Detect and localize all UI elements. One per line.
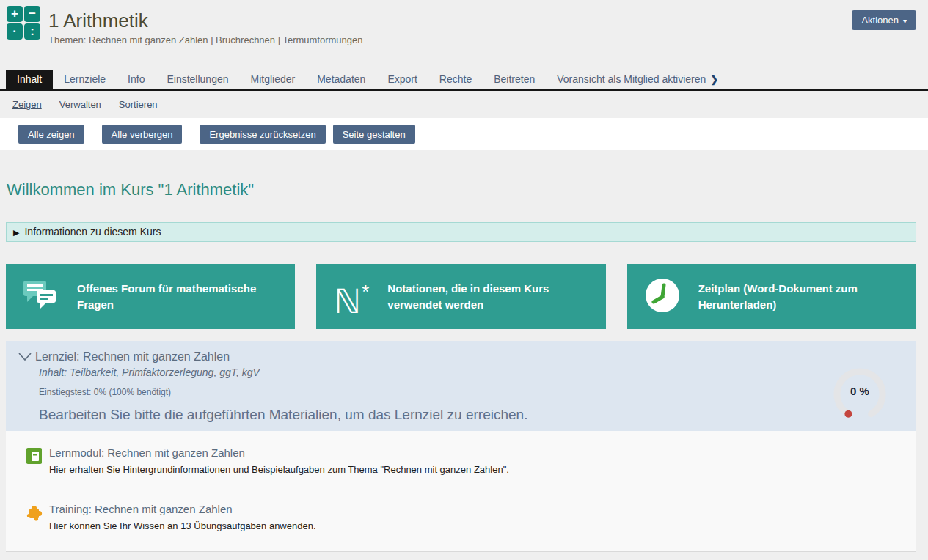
caret-down-icon: ▾: [903, 17, 907, 25]
tab-mitglieder[interactable]: Mitglieder: [240, 70, 307, 89]
exercise-puzzle-icon: [26, 504, 43, 521]
tab-lernziele[interactable]: Lernziele: [53, 70, 117, 89]
reset-results-button[interactable]: Ergebnisse zurücksetzen: [200, 125, 325, 144]
tab-rechte[interactable]: Rechte: [428, 70, 483, 89]
chevron-right-icon: ❯: [710, 74, 718, 85]
progress-value: 0 %: [830, 385, 889, 397]
objective-test-status: Einstiegstest: 0% (100% benötigt): [39, 387, 905, 397]
page-title: 1 Arithmetik: [48, 0, 928, 32]
objective-panel: Lernziel: Rechnen mit ganzen Zahlen Inha…: [6, 341, 916, 431]
subtab-zeigen[interactable]: Zeigen: [12, 99, 42, 110]
actions-button[interactable]: Aktionen▾: [852, 10, 916, 30]
triangle-right-icon: ▶: [13, 228, 19, 237]
forum-icon: [21, 279, 62, 315]
actions-button-label: Aktionen: [861, 15, 899, 26]
list-item-training: Training: Rechnen mit ganzen Zahlen Hier…: [26, 503, 916, 531]
welcome-heading: Willkommen im Kurs "1 Arithmetik": [6, 180, 916, 199]
dot-icon: ·: [7, 23, 23, 40]
schedule-card-label: Zeitplan (Word-Dokument zum Herunterlade…: [698, 281, 907, 313]
plus-icon: +: [7, 6, 23, 22]
forum-card[interactable]: Offenes Forum für mathematische Fragen: [6, 264, 295, 329]
minus-icon: −: [24, 6, 40, 22]
main-content: Willkommen im Kurs "1 Arithmetik" ▶Infor…: [0, 180, 928, 552]
course-page: + − · : 1 Arithmetik Themen: Rechnen mit…: [0, 0, 928, 560]
course-math-logo-icon: + − · :: [7, 6, 40, 40]
objective-instruction: Bearbeiten Sie bitte die aufgeführten Ma…: [39, 407, 905, 423]
notation-n-star-icon: ℕ*: [331, 274, 372, 319]
clock-icon: [642, 278, 683, 316]
tab-export[interactable]: Export: [376, 70, 428, 89]
objective-title: Lernziel: Rechnen mit ganzen Zahlen: [35, 350, 230, 364]
training-description: Hier können Sie Ihr Wissen an 13 Übungsa…: [49, 520, 316, 531]
tab-voransicht-label: Voransicht als Mitglied aktivieren: [557, 73, 706, 85]
double-struck-n-glyph: ℕ: [334, 282, 361, 320]
tab-metadaten[interactable]: Metadaten: [306, 70, 376, 89]
tab-info[interactable]: Info: [117, 70, 156, 89]
notation-card[interactable]: ℕ* Notationen, die in diesem Kurs verwen…: [316, 264, 605, 329]
lernmodul-description: Hier erhalten Sie Hintergrundinformation…: [49, 464, 509, 475]
subtab-verwalten[interactable]: Verwalten: [59, 99, 101, 110]
chevron-down-icon: [18, 353, 32, 361]
accordion-label: Informationen zu diesem Kurs: [24, 226, 161, 237]
forum-card-label: Offenes Forum für mathematische Fragen: [77, 281, 286, 313]
learning-module-icon: [26, 447, 43, 465]
progress-marker-dot: [844, 410, 852, 418]
tab-beitreten[interactable]: Beitreten: [483, 70, 546, 89]
subtab-bar: Zeigen Verwalten Sortieren: [0, 91, 928, 118]
design-page-button[interactable]: Seite gestalten: [333, 125, 415, 144]
tab-bar: Inhalt Lernziele Info Einstellungen Mitg…: [0, 70, 928, 91]
toolbar: Alle zeigen Alle verbergen Ergebnisse zu…: [0, 118, 928, 150]
objective-subtitle: Inhalt: Teilbarkeit, Primfaktorzerlegung…: [39, 366, 905, 378]
objective-toggle[interactable]: Lernziel: Rechnen mit ganzen Zahlen: [18, 350, 905, 364]
course-header: + − · : 1 Arithmetik Themen: Rechnen mit…: [0, 0, 928, 70]
materials-list: Lernmodul: Rechnen mit ganzen Zahlen Hie…: [6, 431, 916, 552]
progress-gauge: 0 %: [830, 365, 889, 424]
colon-icon: :: [24, 23, 40, 40]
show-all-button[interactable]: Alle zeigen: [18, 125, 84, 144]
hide-all-button[interactable]: Alle verbergen: [102, 125, 183, 144]
training-link[interactable]: Training: Rechnen mit ganzen Zahlen: [49, 503, 233, 515]
tab-voransicht[interactable]: Voransicht als Mitglied aktivieren❯: [546, 70, 729, 89]
tab-einstellungen[interactable]: Einstellungen: [156, 70, 239, 89]
subtab-sortieren[interactable]: Sortieren: [119, 99, 158, 110]
notation-card-label: Notationen, die in diesem Kurs verwendet…: [387, 281, 596, 313]
list-item-lernmodul: Lernmodul: Rechnen mit ganzen Zahlen Hie…: [26, 446, 916, 475]
lernmodul-link[interactable]: Lernmodul: Rechnen mit ganzen Zahlen: [49, 446, 245, 459]
course-info-accordion[interactable]: ▶Informationen zu diesem Kurs: [6, 222, 916, 242]
schedule-card[interactable]: Zeitplan (Word-Dokument zum Herunterlade…: [627, 264, 916, 329]
shortcut-cards: Offenes Forum für mathematische Fragen ℕ…: [6, 264, 916, 329]
asterisk-glyph: *: [362, 281, 369, 303]
course-topics: Themen: Rechnen mit ganzen Zahlen | Bruc…: [48, 34, 928, 45]
tab-inhalt[interactable]: Inhalt: [6, 70, 53, 89]
